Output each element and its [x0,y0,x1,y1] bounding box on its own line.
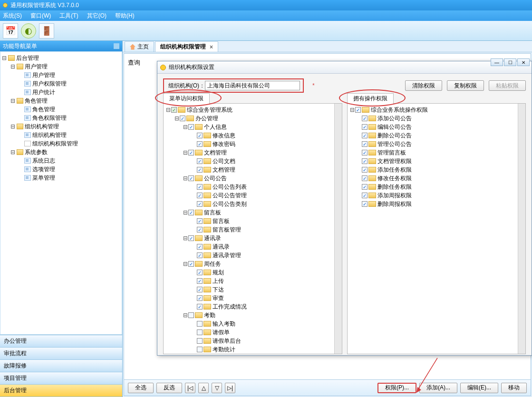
close-icon[interactable]: × [210,44,213,50]
accordion-item[interactable]: 项目管理 [0,372,122,385]
menu-perm-tree[interactable]: ⊟综合业务管理系统⊟办公管理⊟个人信息修改信息修改密码⊟文档管理公司文档文档管理… [164,104,342,354]
nav-item[interactable]: 选项管理 [1,165,121,174]
perm-node[interactable]: 文档管理权限 [348,157,525,165]
perm-node[interactable]: 工作完成情况 [164,302,341,311]
accordion-item[interactable]: 后台管理 [0,385,122,397]
nav-first-button[interactable]: |◁ [185,383,195,393]
maximize-button[interactable]: ☐ [504,58,516,66]
op-perm-tree[interactable]: ⊟综合业务系统操作权限添加公司公告编辑公司公告删除公司公告管理公司公告管理留言板… [348,104,526,354]
clear-perm-button[interactable]: 清除权限 [405,80,442,91]
perm-node[interactable]: 删除周报权限 [348,200,525,208]
op-perm-tab[interactable]: 拥有操作权限 [347,93,394,104]
tabs: 主页 组织机构权限管理× [123,41,532,52]
nav-item[interactable]: 用户管理 [1,71,121,79]
perm-node[interactable]: 通讯录管理 [164,251,341,260]
add-button[interactable]: 添加(A)... [419,383,457,393]
menu-perm-tab[interactable]: 菜单访问权限 [163,93,210,104]
sidebar-title: 功能导航菜单 [0,41,122,51]
search-label: 查询 [128,58,140,67]
nav-item[interactable]: 组织机构管理 [1,131,121,139]
app-title: 通用权限管理系统 V3.7.0.0 [10,1,79,10]
copy-perm-button[interactable]: 复制权限 [447,80,484,91]
toolbar-clock-icon[interactable]: ◐ [21,23,36,39]
accordion-item[interactable]: 审批流程 [0,348,122,360]
edit-button[interactable]: 编辑(E)... [460,383,498,393]
perm-node[interactable]: 添加任务权限 [348,165,525,174]
perm-node[interactable]: 通讯录 [164,242,341,251]
perm-node[interactable]: 上传 [164,277,341,285]
perm-node[interactable]: 留言板管理 [164,225,341,234]
nav-item[interactable]: 用户权限管理 [1,79,121,88]
perm-node[interactable]: ⊟考勤 [164,311,341,320]
perm-node[interactable]: 考勤统计 [164,345,341,354]
nav-tree[interactable]: ⊟后台管理⊟用户管理用户管理用户权限管理用户统计⊟角色管理角色管理角色权限管理⊟… [0,51,122,335]
perm-node[interactable]: 下达 [164,285,341,294]
perm-node[interactable]: ⊟公司公告 [164,174,341,183]
dialog-title: 组织机构权限设置 [157,61,532,74]
select-all-button[interactable]: 全选 [128,383,154,393]
perm-node[interactable]: 请假单 [164,328,341,337]
perm-node[interactable]: 公司文档 [164,157,341,165]
nav-next-button[interactable]: ▽ [212,383,222,393]
nav-item[interactable]: 系统日志 [1,156,121,165]
scrollbar[interactable] [518,104,525,354]
menu-system[interactable]: 系统(S) [3,12,22,20]
perm-node[interactable]: ⊟个人信息 [164,123,341,131]
accordion-item[interactable]: 办公管理 [0,335,122,348]
nav-item[interactable]: 角色管理 [1,105,121,114]
org-input[interactable] [205,81,300,90]
toolbar-exit-icon[interactable]: 🚪 [39,23,54,39]
perm-node[interactable]: 规划 [164,268,341,277]
sidebar: 功能导航菜单 ⊟后台管理⊟用户管理用户管理用户权限管理用户统计⊟角色管理角色管理… [0,41,123,397]
menu-tools[interactable]: 工具(T) [59,12,78,20]
perm-node[interactable]: 删除公司公告 [348,131,525,140]
tab-current[interactable]: 组织机构权限管理× [155,41,218,52]
perm-node[interactable]: 修改密码 [164,140,341,148]
pin-icon[interactable] [114,43,119,49]
scrollbar[interactable] [334,104,342,354]
menu-window[interactable]: 窗口(W) [30,12,51,20]
perm-node[interactable]: 公司公告列表 [164,183,341,191]
tab-home[interactable]: 主页 [125,41,154,52]
paste-perm-button[interactable]: 粘贴权限 [489,80,526,91]
perm-node[interactable]: ⊟文档管理 [164,148,341,157]
permission-button[interactable]: 权限(P)... [377,383,416,393]
perm-node[interactable]: ⊟留言板 [164,208,341,217]
close-button[interactable]: ✕ [517,58,530,66]
nav-last-button[interactable]: ▷| [225,383,235,393]
menu-other[interactable]: 其它(O) [87,12,106,20]
perm-node[interactable]: ⊟周任务 [164,260,341,268]
perm-node[interactable]: 公司公告类别 [164,200,341,208]
menu-perm-panel: 菜单访问权限 ⊟综合业务管理系统⊟办公管理⊟个人信息修改信息修改密码⊟文档管理公… [163,103,342,354]
accordion-item[interactable]: 故障报修 [0,360,122,372]
perm-node[interactable]: 输入考勤 [164,320,341,328]
perm-node[interactable]: 请假单后台 [164,337,341,345]
perm-node[interactable]: 文档管理 [164,165,341,174]
perm-node[interactable]: 留言板 [164,217,341,225]
perm-node[interactable]: 管理留言板 [348,148,525,157]
perm-node[interactable]: 管理公司公告 [348,140,525,148]
perm-node[interactable]: ⊟通讯录 [164,234,341,242]
perm-node[interactable]: 删除任务权限 [348,183,525,191]
perm-node[interactable]: ⊟办公管理 [164,114,341,123]
perm-node[interactable]: 修改任务权限 [348,174,525,183]
perm-node[interactable]: 编辑公司公告 [348,123,525,131]
nav-item[interactable]: 组织机构权限管理 [1,139,121,148]
nav-prev-button[interactable]: △ [198,383,209,393]
minimize-button[interactable]: — [491,58,503,66]
nav-item[interactable]: 用户统计 [1,88,121,97]
menu-help[interactable]: 帮助(H) [115,12,135,20]
nav-item[interactable]: 角色权限管理 [1,114,121,122]
perm-node[interactable]: 审查 [164,294,341,302]
perm-node[interactable]: 添加周报权限 [348,191,525,200]
perm-node[interactable]: 公司公告管理 [164,191,341,200]
invert-button[interactable]: 反选 [156,383,182,393]
perm-node[interactable]: 添加公司公告 [348,114,525,123]
perm-node[interactable]: 修改信息 [164,131,341,140]
move-button[interactable]: 移动 [501,383,527,393]
window-controls: — ☐ ✕ [491,58,530,66]
nav-item[interactable]: 菜单管理 [1,174,121,182]
toolbar-calendar-icon[interactable]: 📅 [3,23,18,39]
home-icon [130,44,135,50]
op-perm-panel: 拥有操作权限 ⊟综合业务系统操作权限添加公司公告编辑公司公告删除公司公告管理公司… [347,103,526,354]
